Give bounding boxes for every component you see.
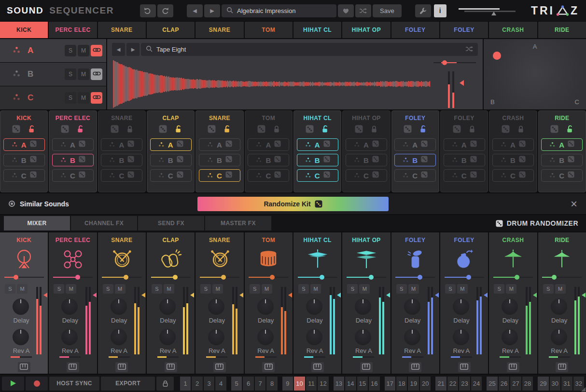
- unlock-icon[interactable]: [321, 125, 329, 135]
- reverb-send-knob[interactable]: [257, 329, 274, 345]
- reverb-send-knob[interactable]: [61, 329, 78, 345]
- keyboard-button[interactable]: [311, 362, 324, 372]
- slot-dice-icon[interactable]: [568, 140, 574, 149]
- reverb-send-knob[interactable]: [306, 329, 322, 345]
- waveform-display[interactable]: [112, 59, 432, 109]
- randomize-kit-button[interactable]: Randomize Kit: [197, 197, 389, 211]
- meter-marker-icon[interactable]: [433, 293, 439, 297]
- mixer-channel-tom-6[interactable]: TOM S M Delay Rev A: [245, 232, 293, 374]
- slot-dice-icon[interactable]: [127, 156, 134, 164]
- dice-icon[interactable]: [61, 125, 69, 135]
- step-3[interactable]: 3: [204, 377, 214, 391]
- grid-slot-b[interactable]: B: [541, 154, 583, 166]
- prev-preset-button[interactable]: ◀: [187, 4, 203, 17]
- grid-slot-c[interactable]: C: [444, 169, 485, 182]
- slot-dice-icon[interactable]: [372, 156, 379, 164]
- lock-icon[interactable]: [371, 125, 377, 135]
- grid-slot-c[interactable]: C: [199, 169, 240, 182]
- step-9[interactable]: 9: [282, 377, 293, 391]
- meter-marker-icon[interactable]: [579, 293, 586, 297]
- slot-dice-icon[interactable]: [323, 156, 330, 164]
- grid-slot-b[interactable]: B: [394, 154, 436, 166]
- keyboard-button[interactable]: [262, 362, 275, 372]
- track-tab-hihat-cl-7[interactable]: HIHAT CL: [293, 22, 341, 38]
- mute-button[interactable]: M: [359, 284, 370, 294]
- mixer-channel-hihat-op-8[interactable]: HIHAT OP S M Delay Rev A: [342, 232, 390, 374]
- slot-dice-icon[interactable]: [79, 156, 85, 164]
- tab-send-fx[interactable]: SEND FX: [138, 216, 204, 230]
- grid-slot-a[interactable]: A: [492, 138, 534, 151]
- layer-row-a[interactable]: A S M: [0, 39, 106, 62]
- mute-button[interactable]: M: [457, 284, 468, 294]
- grid-slot-b[interactable]: B: [297, 154, 338, 166]
- undo-button[interactable]: [140, 4, 156, 17]
- grid-slot-a[interactable]: A: [541, 138, 583, 151]
- delay-send-knob[interactable]: [551, 298, 567, 315]
- similar-sounds-radio[interactable]: [9, 201, 15, 207]
- grid-slot-c[interactable]: C: [492, 169, 534, 182]
- drum-randomizer-toggle[interactable]: DRUM RANDOMIZER: [496, 219, 578, 227]
- step-26[interactable]: 26: [499, 377, 509, 391]
- grid-slot-b[interactable]: B: [3, 154, 45, 166]
- step-20[interactable]: 20: [420, 377, 431, 391]
- grid-slot-b[interactable]: B: [199, 154, 240, 166]
- step-12[interactable]: 12: [318, 377, 328, 391]
- lock-icon[interactable]: [273, 125, 280, 135]
- grid-slot-b[interactable]: B: [444, 154, 485, 166]
- next-sample-button[interactable]: ▶: [126, 43, 140, 56]
- solo-button[interactable]: S: [54, 284, 64, 294]
- mixer-channel-hihat-cl-7[interactable]: HIHAT CL S M Delay Rev A: [293, 232, 341, 374]
- tab-master-fx[interactable]: MASTER FX: [205, 216, 271, 230]
- save-button[interactable]: Save: [373, 4, 402, 17]
- host-sync-button[interactable]: HOST SYNC: [49, 377, 99, 391]
- track-tab-perc-elec-2[interactable]: PERC ELEC: [49, 22, 97, 38]
- keyboard-button[interactable]: [409, 362, 421, 372]
- grid-slot-a[interactable]: A: [150, 138, 192, 151]
- step-29[interactable]: 29: [538, 377, 548, 391]
- step-8[interactable]: 8: [266, 377, 277, 391]
- slot-dice-icon[interactable]: [421, 140, 428, 149]
- solo-button[interactable]: S: [250, 284, 260, 294]
- unlock-icon[interactable]: [566, 125, 574, 135]
- channel-volume-slider[interactable]: [493, 274, 533, 280]
- slot-dice-icon[interactable]: [127, 140, 134, 149]
- delay-send-knob[interactable]: [502, 298, 518, 315]
- mute-button[interactable]: M: [506, 284, 516, 294]
- mixer-channel-snare-3[interactable]: SNARE S M Delay Rev A: [98, 232, 146, 374]
- keyboard-button[interactable]: [67, 362, 79, 372]
- slot-dice-icon[interactable]: [470, 140, 477, 149]
- mixer-channel-clap-4[interactable]: CLAP S M Delay Rev A: [147, 232, 195, 374]
- layer-link-button[interactable]: [91, 45, 102, 56]
- track-tab-hihat-op-8[interactable]: HIHAT OP: [342, 22, 390, 38]
- grid-slot-a[interactable]: A: [444, 138, 485, 151]
- grid-slot-a[interactable]: A: [297, 138, 338, 151]
- channel-volume-slider[interactable]: [151, 274, 191, 280]
- channel-volume-slider[interactable]: [102, 274, 141, 280]
- slot-dice-icon[interactable]: [568, 171, 574, 180]
- lock-icon[interactable]: [126, 125, 133, 135]
- delay-send-knob[interactable]: [159, 298, 176, 315]
- dice-icon[interactable]: [306, 125, 314, 135]
- layer-solo-button[interactable]: S: [65, 45, 76, 56]
- sample-tune-slider[interactable]: [433, 60, 476, 66]
- dice-icon[interactable]: [502, 125, 510, 135]
- play-button[interactable]: [2, 377, 24, 391]
- step-14[interactable]: 14: [345, 377, 356, 391]
- mute-button[interactable]: M: [66, 284, 76, 294]
- delay-send-knob[interactable]: [306, 298, 322, 315]
- next-preset-button[interactable]: ▶: [204, 4, 220, 17]
- grid-slot-c[interactable]: C: [346, 169, 387, 182]
- layer-link-button[interactable]: [91, 92, 102, 104]
- mute-button[interactable]: M: [212, 284, 223, 294]
- resize-handle[interactable]: [581, 387, 586, 392]
- random-preset-button[interactable]: [355, 4, 371, 17]
- channel-volume-slider[interactable]: [395, 274, 435, 280]
- unlock-icon[interactable]: [223, 125, 231, 135]
- meter-marker-icon[interactable]: [188, 293, 194, 297]
- level-marker-icon[interactable]: [457, 80, 464, 86]
- mute-button[interactable]: M: [408, 284, 419, 294]
- grid-slot-a[interactable]: A: [52, 138, 94, 151]
- reverb-send-knob[interactable]: [208, 329, 224, 345]
- step-23[interactable]: 23: [459, 377, 470, 391]
- solo-button[interactable]: S: [103, 284, 113, 294]
